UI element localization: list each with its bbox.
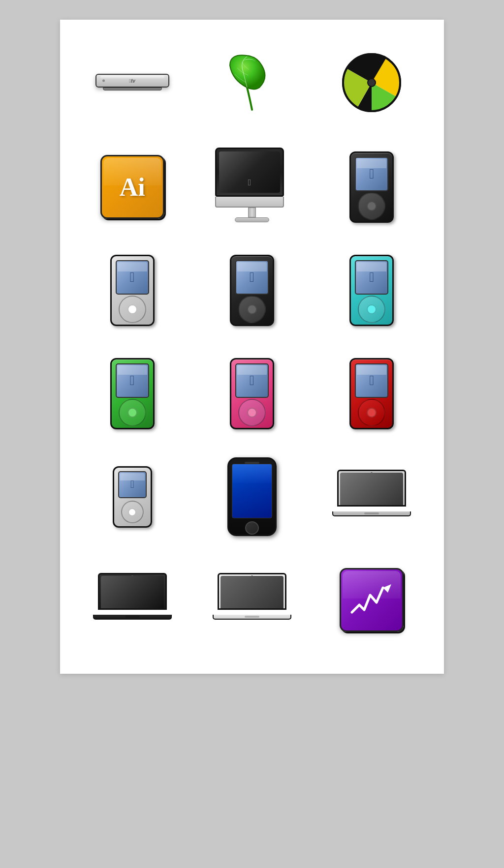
ipod-cyan-icon:  (349, 255, 394, 326)
ipod-apple-logo:  (130, 269, 135, 285)
ipod-pink-icon:  (230, 358, 274, 429)
ipod-center-button (247, 304, 257, 314)
pinwheel-icon (340, 51, 404, 117)
ipod-pink-cell:  (203, 349, 301, 438)
ipod-apple-logo:  (369, 269, 374, 285)
ipod-silver-icon:  (110, 255, 155, 326)
ipod-clickwheel-area (112, 398, 153, 428)
stock-app-icon (340, 568, 404, 632)
imac-screen:  (215, 148, 284, 197)
ipod-silver-small-icon:  (113, 466, 152, 528)
apple-tv-logo-text: tv (129, 78, 135, 84)
ipod-clickwheel-area (114, 498, 151, 526)
icon-sheet: tv (60, 20, 444, 674)
ipod-screen:  (355, 157, 388, 191)
ipod-clickwheel-area (112, 295, 153, 325)
ai-icon-cell: Ai (83, 143, 182, 231)
ipod-screen:  (116, 363, 149, 398)
ipod-apple-logo:  (250, 269, 254, 285)
pinwheel-cell (322, 39, 421, 128)
macbook-lid (218, 573, 286, 610)
ipod-screen:  (118, 471, 147, 498)
icon-grid: tv (75, 39, 429, 644)
macbook-base (93, 615, 172, 620)
ipod-clickwheel (119, 296, 146, 323)
ipod-black2-icon:  (230, 255, 274, 326)
macbook-white-cell (203, 556, 301, 644)
imac-stand-neck (248, 208, 256, 217)
ipod-clickwheel (119, 399, 146, 426)
ipod-apple-logo:  (130, 478, 134, 491)
ipod-screen:  (116, 260, 149, 295)
ipod-center-button (367, 201, 377, 211)
ipod-clickwheel (238, 296, 266, 323)
ipod-apple-logo:  (250, 373, 254, 389)
ipod-clickwheel-area (351, 191, 392, 221)
ipod-green-cell:  (83, 349, 182, 438)
ipod-clickwheel (121, 501, 144, 523)
apple-tv-icon: tv (93, 59, 172, 108)
ipod-center-button (367, 408, 377, 418)
ipod-clickwheel (358, 192, 385, 220)
imac-chin (215, 197, 284, 208)
ipod-clickwheel (238, 399, 266, 426)
imac-apple-logo:  (248, 178, 252, 188)
ipod-clickwheel-area (231, 398, 273, 428)
ipod-red-icon:  (349, 358, 394, 429)
apple-tv-body: tv (95, 74, 169, 88)
leaf-icon (222, 51, 282, 117)
ipod-small-cell:  (83, 452, 182, 541)
macbook-lid-area (337, 470, 406, 511)
macbook-screen-inner (340, 473, 403, 505)
ipod-clickwheel (358, 399, 385, 426)
imac-cell:  (203, 143, 301, 231)
ipod-center-button (247, 408, 257, 418)
ipod-red-cell:  (322, 349, 421, 438)
macbook-lid (98, 573, 167, 610)
svg-marker-3 (383, 584, 391, 593)
ai-label: Ai (120, 173, 145, 202)
ipod-center-button (127, 304, 137, 314)
macbook-black-icon (93, 573, 172, 627)
macbook-lid-area (98, 573, 167, 615)
macbook-black-cell (83, 556, 182, 644)
ipod-clickwheel-area (231, 295, 273, 325)
apple-tv-cell: tv (83, 39, 182, 128)
macbook-silver-cell (322, 452, 421, 541)
ipod-apple-logo:  (130, 373, 135, 389)
ipod-apple-logo:  (369, 166, 374, 182)
ipod-screen:  (355, 363, 388, 398)
ipod-apple-logo:  (369, 373, 374, 389)
ipod-clickwheel (358, 296, 385, 323)
iphone-icon (227, 457, 277, 536)
ipod-black2-cell:  (203, 246, 301, 334)
imac-stand-base (235, 217, 269, 222)
imac-icon:  (215, 148, 289, 226)
svg-point-1 (368, 79, 376, 87)
iphone-home-button (245, 521, 259, 535)
stock-app-cell (322, 556, 421, 644)
ipod-center-button (367, 304, 377, 314)
apple-tv-light (102, 80, 105, 82)
macbook-silver-icon (332, 470, 411, 524)
ipod-black-large-cell:  (322, 143, 421, 231)
ipod-screen:  (355, 260, 388, 295)
macbook-base (332, 511, 411, 516)
ipod-screen:  (235, 260, 269, 295)
iphone-screen (232, 464, 272, 518)
iphone-cell (203, 452, 301, 541)
ipod-clickwheel-area (351, 295, 392, 325)
ipod-green-icon:  (110, 358, 155, 429)
ipod-black-large-icon:  (349, 151, 394, 223)
ipod-center-button (128, 508, 136, 516)
ipod-silver-cell:  (83, 246, 182, 334)
ipod-screen:  (235, 363, 269, 398)
macbook-screen-inner (220, 576, 284, 608)
leaf-cell (203, 39, 301, 128)
macbook-lid (337, 470, 406, 507)
illustrator-icon: Ai (100, 155, 164, 219)
apple-tv-base (103, 88, 162, 90)
ipod-center-button (127, 408, 137, 418)
macbook-screen-inner (101, 576, 164, 608)
macbook-base (213, 615, 291, 620)
